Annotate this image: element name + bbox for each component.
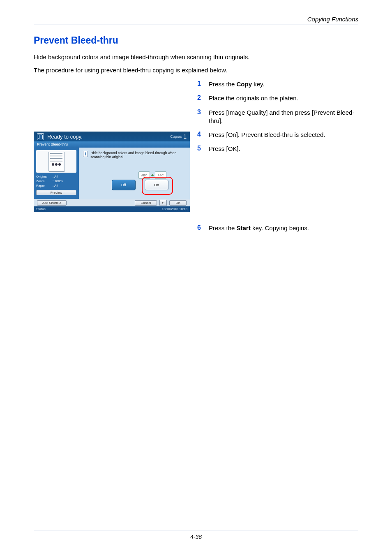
step-text: Press [OK]. — [209, 145, 358, 153]
step-text: Press [On]. Prevent Bleed-thru is select… — [209, 131, 358, 139]
panel-body: Original: A4 Zoom: 100% Paper: A4 Previe… — [34, 148, 190, 199]
copy-icon — [37, 133, 44, 140]
step-number: 3 — [197, 109, 209, 125]
abc-after: ABC — [155, 171, 166, 179]
device-panel: Ready to copy. Copies 1 Prevent Bleed-th… — [34, 132, 190, 212]
cancel-button[interactable]: Cancel — [135, 200, 157, 206]
meta-zoom-v: : 100% — [53, 179, 63, 183]
step-number: 2 — [197, 94, 209, 102]
info-text: Hide background colors and image bleed-t… — [90, 151, 186, 159]
copies-label: Copies — [170, 134, 182, 139]
page-title: Prevent Bleed-thru — [34, 35, 118, 46]
step-3: 3 Press [Image Quality] and then press [… — [197, 109, 358, 125]
step-6: 6 Press the Start key. Copying begins. — [197, 224, 358, 238]
abc-before: ABC — [138, 171, 150, 179]
section-label: Copying Functions — [307, 16, 358, 23]
step-2: 2 Place the originals on the platen. — [197, 94, 358, 102]
ok-button[interactable]: OK — [169, 200, 187, 206]
panel-content: i Hide background colors and image bleed… — [79, 148, 190, 199]
step-1: 1 Press the Copy key. — [197, 80, 358, 88]
step-text: Press the Start key. Copying begins. — [209, 224, 358, 232]
info-row: i Hide background colors and image bleed… — [83, 151, 186, 159]
panel-sidebar: Original: A4 Zoom: 100% Paper: A4 Previe… — [34, 148, 79, 199]
back-button[interactable]: ↵ — [159, 200, 167, 206]
step-text: Press the Copy key. — [209, 80, 358, 88]
bold-copy: Copy — [237, 81, 252, 88]
abc-illustration: ABC ➔ ABC — [138, 171, 166, 179]
footer-rule — [34, 530, 358, 530]
step-4: 4 Press [On]. Prevent Bleed-thru is sele… — [197, 131, 358, 139]
meta-paper-k: Paper — [36, 183, 51, 188]
steps-list: 1 Press the Copy key. 2 Place the origin… — [197, 80, 358, 159]
copies-value: 1 — [183, 133, 187, 140]
on-button-label: On — [154, 183, 159, 187]
panel-tab: Prevent Bleed-thru — [34, 141, 190, 148]
intro-text-2: The procedure for using prevent bleed-th… — [34, 67, 227, 74]
off-button[interactable]: Off — [112, 180, 136, 190]
step-5: 5 Press [OK]. — [197, 145, 358, 153]
page-number: 4-36 — [0, 534, 392, 540]
option-buttons: Off On — [112, 180, 168, 190]
meta-original-k: Original — [36, 174, 51, 179]
meta-zoom-k: Zoom — [36, 179, 51, 183]
status-timestamp: 10/10/2010 10:10 — [162, 207, 187, 211]
step-number: 6 — [197, 224, 209, 232]
step-number: 5 — [197, 145, 209, 153]
preview-box — [36, 150, 76, 173]
step-text: Press [Image Quality] and then press [Pr… — [209, 109, 358, 125]
step-text: Place the originals on the platen. — [209, 94, 358, 102]
meta-original-v: : A4 — [53, 174, 58, 179]
arrow-right-icon: ➔ — [151, 173, 154, 177]
status-label: Status — [36, 207, 46, 211]
preview-button[interactable]: Preview — [36, 190, 76, 195]
header-rule — [34, 25, 358, 25]
on-button[interactable]: On — [145, 180, 168, 190]
panel-titlebar: Ready to copy. Copies 1 — [34, 132, 190, 141]
panel-title: Ready to copy. — [47, 134, 170, 140]
bold-start: Start — [237, 224, 251, 231]
panel-bottom-bar: Add Shortcut Cancel ↵ OK — [34, 199, 190, 206]
panel-status-bar: Status 10/10/2010 10:10 — [34, 206, 190, 212]
step-number: 1 — [197, 80, 209, 88]
info-icon: i — [83, 151, 88, 157]
preview-page-icon — [48, 152, 64, 171]
meta-paper-v: : A4 — [53, 183, 58, 188]
add-shortcut-button[interactable]: Add Shortcut — [37, 200, 67, 206]
step-number: 4 — [197, 131, 209, 139]
intro-text-1: Hide background colors and image bleed-t… — [34, 53, 249, 60]
meta-block: Original: A4 Zoom: 100% Paper: A4 — [36, 174, 76, 188]
